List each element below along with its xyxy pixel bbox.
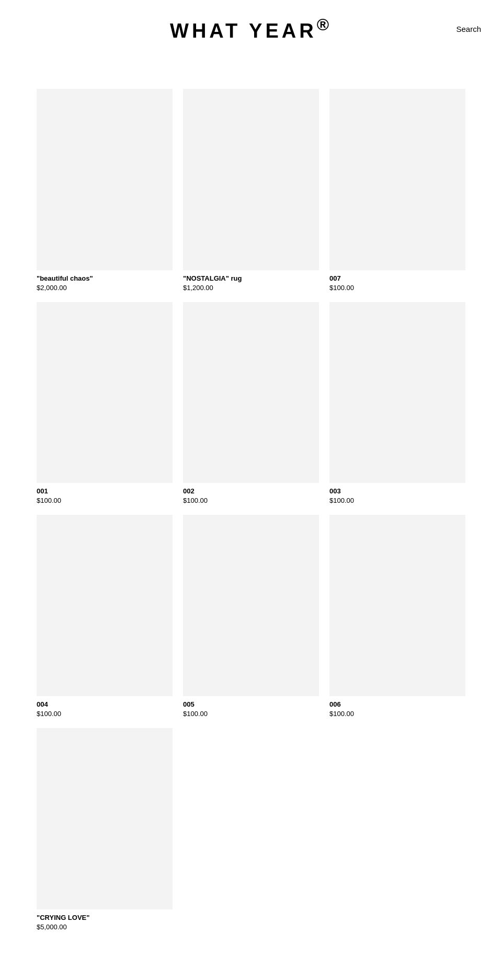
product-item[interactable]: "NOSTALGIA" rug$1,200.00 <box>183 89 319 292</box>
product-image <box>183 89 319 270</box>
product-name: "CRYING LOVE" <box>37 914 173 921</box>
product-name: 006 <box>329 700 465 708</box>
tagline: the indefinite continued progress of exi… <box>26 973 476 980</box>
product-price: $100.00 <box>329 284 465 292</box>
product-item[interactable]: 007$100.00 <box>329 89 465 292</box>
product-item[interactable]: "CRYING LOVE"$5,000.00 <box>37 728 173 931</box>
product-name: 003 <box>329 487 465 495</box>
site-logo: WHAT YEAR® <box>170 15 332 42</box>
product-item[interactable]: "beautiful chaos"$2,000.00 <box>37 89 173 292</box>
product-name: 001 <box>37 487 173 495</box>
product-image <box>37 89 173 270</box>
product-image <box>37 515 173 696</box>
product-price: $100.00 <box>183 497 319 504</box>
product-image <box>329 515 465 696</box>
product-price: $100.00 <box>183 710 319 718</box>
product-grid: "beautiful chaos"$2,000.00"NOSTALGIA" ru… <box>37 89 465 931</box>
product-image <box>183 302 319 483</box>
product-price: $100.00 <box>37 710 173 718</box>
product-price: $2,000.00 <box>37 284 173 292</box>
product-item[interactable]: 005$100.00 <box>183 515 319 718</box>
product-image <box>329 302 465 483</box>
product-price: $1,200.00 <box>183 284 319 292</box>
logo-text: WHAT YEAR <box>170 20 317 42</box>
logo-sup: ® <box>317 15 332 34</box>
product-item[interactable]: 006$100.00 <box>329 515 465 718</box>
product-image <box>37 728 173 909</box>
product-item[interactable]: 003$100.00 <box>329 302 465 505</box>
product-name: 007 <box>329 274 465 282</box>
search-button[interactable]: Search <box>456 25 481 33</box>
product-image <box>37 302 173 483</box>
product-name: "beautiful chaos" <box>37 274 173 282</box>
product-price: $5,000.00 <box>37 923 173 931</box>
product-name: "NOSTALGIA" rug <box>183 274 319 282</box>
product-image <box>183 515 319 696</box>
product-price: $100.00 <box>329 710 465 718</box>
product-name: 002 <box>183 487 319 495</box>
product-name: 005 <box>183 700 319 708</box>
product-name: 004 <box>37 700 173 708</box>
product-image <box>329 89 465 270</box>
product-item[interactable]: 002$100.00 <box>183 302 319 505</box>
site-header: WHAT YEAR® Search <box>0 0 502 57</box>
main-content: "beautiful chaos"$2,000.00"NOSTALGIA" ru… <box>26 57 476 973</box>
product-item[interactable]: 004$100.00 <box>37 515 173 718</box>
product-price: $100.00 <box>329 497 465 504</box>
product-item[interactable]: 001$100.00 <box>37 302 173 505</box>
product-price: $100.00 <box>37 497 173 504</box>
